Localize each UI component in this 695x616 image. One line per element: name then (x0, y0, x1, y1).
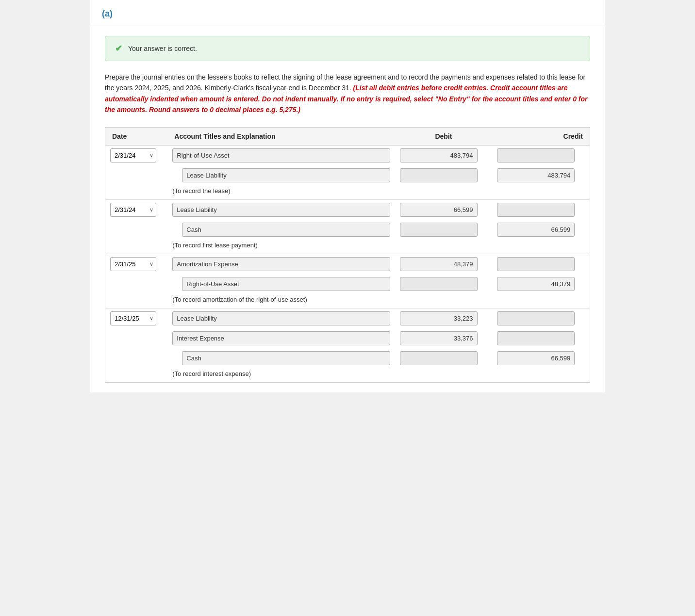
debit-input[interactable] (400, 257, 478, 271)
debit-input[interactable] (400, 331, 478, 345)
section-label: (a) (102, 9, 113, 18)
date-select[interactable]: 2/31/24 (110, 148, 156, 162)
journal-table: Date Account Titles and Explanation Debi… (105, 127, 590, 383)
col-header-debit: Debit (395, 127, 493, 145)
checkmark-icon: ✔ (115, 43, 122, 54)
instructions: Prepare the journal entries on the lesse… (105, 72, 590, 115)
credit-input[interactable] (497, 277, 575, 291)
date-select-wrapper: 12/31/25 (110, 311, 156, 325)
debit-input[interactable] (400, 168, 478, 182)
credit-input[interactable] (497, 257, 575, 271)
col-header-credit: Credit (492, 127, 590, 145)
account-input[interactable] (182, 277, 390, 291)
debit-input[interactable] (400, 223, 478, 237)
table-row: 2/31/24 (105, 199, 590, 220)
credit-input[interactable] (497, 148, 575, 162)
entry-note: (To record first lease payment) (167, 240, 590, 254)
table-row (105, 328, 590, 348)
note-row: (To record interest expense) (105, 368, 590, 383)
note-row: (To record the lease) (105, 185, 590, 200)
table-row: 2/31/25 (105, 254, 590, 274)
table-row: 2/31/24 (105, 145, 590, 165)
credit-input[interactable] (497, 223, 575, 237)
col-header-account: Account Titles and Explanation (167, 127, 395, 145)
account-input[interactable] (172, 148, 390, 162)
account-input[interactable] (182, 351, 390, 365)
col-header-date: Date (105, 127, 168, 145)
date-select[interactable]: 2/31/25 (110, 257, 156, 271)
credit-input[interactable] (497, 351, 575, 365)
banner-text: Your answer is correct. (128, 45, 197, 52)
credit-input[interactable] (497, 203, 575, 217)
table-row (105, 165, 590, 185)
account-input[interactable] (172, 203, 390, 217)
note-row: (To record amortization of the right-of-… (105, 294, 590, 308)
account-input[interactable] (172, 331, 390, 345)
account-input[interactable] (172, 311, 390, 325)
credit-input[interactable] (497, 311, 575, 325)
entry-note: (To record the lease) (167, 185, 590, 200)
debit-input[interactable] (400, 351, 478, 365)
table-row (105, 220, 590, 240)
entry-note: (To record interest expense) (167, 368, 590, 383)
debit-input[interactable] (400, 148, 478, 162)
credit-input[interactable] (497, 168, 575, 182)
date-select-wrapper: 2/31/25 (110, 257, 156, 271)
debit-input[interactable] (400, 277, 478, 291)
credit-input[interactable] (497, 331, 575, 345)
entry-note: (To record amortization of the right-of-… (167, 294, 590, 308)
account-input[interactable] (182, 223, 390, 237)
debit-input[interactable] (400, 311, 478, 325)
debit-input[interactable] (400, 203, 478, 217)
table-row (105, 348, 590, 368)
note-row: (To record first lease payment) (105, 240, 590, 254)
date-select-wrapper: 2/31/24 (110, 148, 156, 162)
table-row: 12/31/25 (105, 308, 590, 328)
date-select[interactable]: 12/31/25 (110, 311, 156, 325)
date-select-wrapper: 2/31/24 (110, 203, 156, 217)
date-select[interactable]: 2/31/24 (110, 203, 156, 217)
success-banner: ✔ Your answer is correct. (105, 36, 590, 61)
account-input[interactable] (172, 257, 390, 271)
table-row (105, 274, 590, 294)
account-input[interactable] (182, 168, 390, 182)
